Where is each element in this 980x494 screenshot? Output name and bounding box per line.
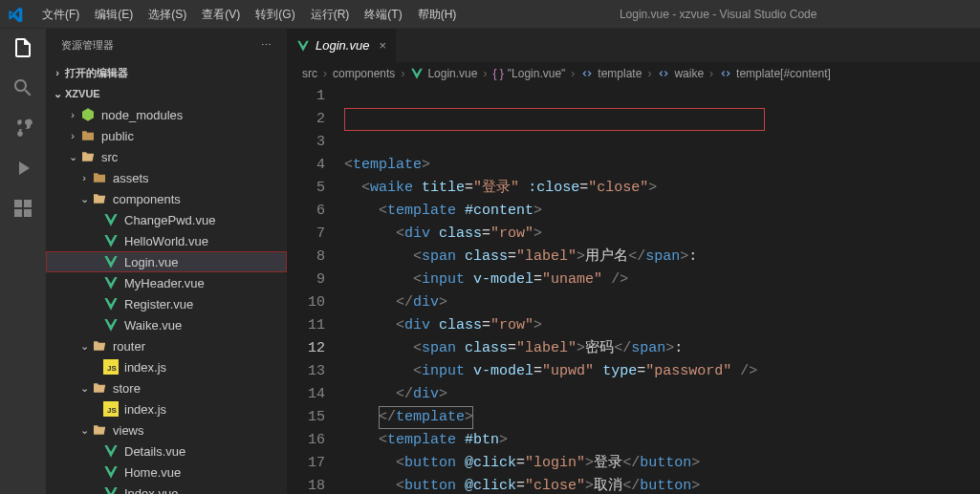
breadcrumb-item[interactable]: Login.vue [410,67,477,80]
breadcrumb-item[interactable]: template [580,67,642,80]
menu-selection[interactable]: 选择(S) [141,0,194,29]
tree-label: HelloWorld.vue [124,234,208,248]
extensions-icon[interactable] [11,197,34,220]
tree-label: ChangePwd.vue [124,213,215,227]
more-icon[interactable]: ⋯ [261,39,272,52]
tree-item-changepwd-vue[interactable]: ChangePwd.vue [46,209,287,230]
tree-item-index-js[interactable]: JSindex.js [46,398,287,419]
chevron-icon: ⌄ [65,151,80,163]
tree-item-router[interactable]: ⌄router [46,335,287,356]
search-icon[interactable] [11,76,34,99]
breadcrumbs[interactable]: src›components›Login.vue›{ }"Login.vue"›… [287,62,980,85]
tree-item-src[interactable]: ⌄src [46,146,287,167]
highlight-box [344,108,765,131]
menu-terminal[interactable]: 终端(T) [357,0,409,29]
chevron-right-icon: › [50,67,65,78]
activity-bar [0,29,46,494]
code-content[interactable]: <template> <waike title="登录" :close="clo… [344,85,980,494]
tree-item-store[interactable]: ⌄store [46,377,287,398]
tree-label: src [101,150,118,164]
breadcrumb-item[interactable]: components [333,67,395,80]
tree-label: store [113,381,141,396]
tree-label: Index.vue [124,486,178,495]
chevron-icon: ⌄ [76,382,92,395]
menu-view[interactable]: 查看(V) [194,0,248,29]
tree-item-register-vue[interactable]: Register.vue [46,293,287,314]
tree-item-login-vue[interactable]: Login.vue [46,251,287,272]
tree-item-helloworld-vue[interactable]: HelloWorld.vue [46,230,287,251]
source-control-icon[interactable] [11,117,34,140]
chevron-down-icon: ⌄ [50,88,65,100]
tree-item-index-js[interactable]: JSindex.js [46,356,287,377]
editor[interactable]: 123456789101112131415161718 <template> <… [287,85,980,494]
breadcrumb-item[interactable]: waike [657,67,704,80]
menu-go[interactable]: 转到(G) [248,0,302,29]
chevron-icon: ⌄ [76,340,92,353]
tree-item-node_modules[interactable]: ›node_modules [46,104,287,125]
tree-label: Login.vue [124,255,178,269]
chevron-icon: › [65,109,80,120]
chevron-icon: ⌄ [76,193,92,205]
chevron-icon: ⌄ [76,424,92,437]
tree-label: Home.vue [124,465,181,480]
editor-tabs: Login.vue × [287,29,980,62]
menu-bar: 文件(F) 编辑(E) 选择(S) 查看(V) 转到(G) 运行(R) 终端(T… [34,0,464,29]
tree-label: public [101,129,134,143]
svg-text:JS: JS [107,364,117,373]
file-tree: ›node_modules›public⌄src›assets⌄componen… [46,104,287,494]
tree-label: assets [113,171,149,185]
titlebar: 文件(F) 编辑(E) 选择(S) 查看(V) 转到(G) 运行(R) 终端(T… [0,0,980,29]
tree-item-public[interactable]: ›public [46,125,287,146]
tree-label: Waike.vue [124,318,182,333]
tree-label: components [113,192,181,206]
svg-text:JS: JS [107,406,117,415]
tree-item-views[interactable]: ⌄views [46,419,287,440]
tree-label: Details.vue [124,444,185,459]
tree-label: index.js [124,402,166,417]
menu-run[interactable]: 运行(R) [303,0,358,29]
tree-label: node_modules [101,108,183,122]
tree-label: Register.vue [124,297,193,311]
breadcrumb-item[interactable]: src [302,67,317,80]
tree-item-myheader-vue[interactable]: MyHeader.vue [46,272,287,293]
line-gutter: 123456789101112131415161718 [287,85,344,494]
tab-label: Login.vue [316,38,369,53]
close-icon[interactable]: × [379,38,386,53]
tree-label: MyHeader.vue [124,276,205,290]
menu-file[interactable]: 文件(F) [34,0,87,29]
menu-help[interactable]: 帮助(H) [410,0,465,29]
menu-edit[interactable]: 编辑(E) [87,0,141,29]
editor-area: Login.vue × src›components›Login.vue›{ }… [287,29,980,494]
tree-item-components[interactable]: ⌄components [46,188,287,209]
explorer-icon[interactable] [11,36,34,59]
sidebar: 资源管理器 ⋯ › 打开的编辑器 ⌄ XZVUE ›node_modules›p… [46,29,287,494]
vscode-logo-icon [8,7,23,22]
breadcrumb-item[interactable]: template[#content] [719,67,831,80]
window-title: Login.vue - xzvue - Visual Studio Code [464,8,972,21]
tree-item-assets[interactable]: ›assets [46,167,287,188]
debug-icon[interactable] [11,157,34,180]
tree-item-details-vue[interactable]: Details.vue [46,440,287,462]
tree-label: router [113,339,145,354]
tree-label: views [113,423,144,438]
tree-item-waike-vue[interactable]: Waike.vue [46,314,287,335]
chevron-icon: › [76,172,92,183]
sidebar-title: 资源管理器 ⋯ [46,29,287,62]
tab-login-vue[interactable]: Login.vue × [287,29,397,62]
tree-label: index.js [124,360,166,375]
chevron-icon: › [65,130,80,141]
breadcrumb-item[interactable]: { }"Login.vue" [492,67,565,80]
tree-item-home-vue[interactable]: Home.vue [46,462,287,483]
project-section[interactable]: ⌄ XZVUE [46,83,287,104]
open-editors-section[interactable]: › 打开的编辑器 [46,62,287,83]
tree-item-index-vue[interactable]: Index.vue [46,483,287,494]
vue-file-icon [296,39,310,53]
